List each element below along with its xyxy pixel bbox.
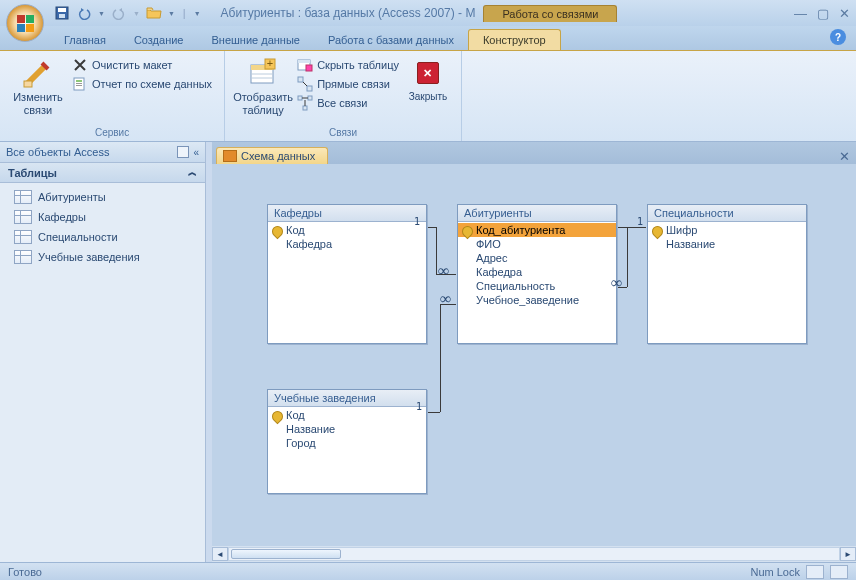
close-window-button[interactable]: ✕ — [839, 6, 850, 21]
chevron-up-icon: ︽ — [188, 166, 197, 179]
direct-relationships-icon — [297, 76, 313, 92]
direct-relationships-button[interactable]: Прямые связи — [297, 76, 399, 92]
view-button-1[interactable] — [806, 565, 824, 579]
nav-item-label: Специальности — [38, 231, 118, 243]
all-rel-label: Все связи — [317, 97, 367, 109]
redo-dropdown-icon: ▼ — [133, 10, 140, 17]
entity-field[interactable]: Адрес — [458, 251, 616, 265]
edit-rel-label-2: связи — [24, 104, 52, 116]
ribbon-tabs: Главная Создание Внешние данные Работа с… — [0, 26, 856, 50]
doc-close-button[interactable]: ✕ — [839, 149, 850, 164]
entity-kafedry[interactable]: Кафедры Код Кафедра — [267, 204, 427, 344]
entity-field-key[interactable]: Код — [268, 223, 426, 237]
entity-field[interactable]: ФИО — [458, 237, 616, 251]
relationship-line — [436, 227, 437, 274]
hide-table-button[interactable]: Скрыть таблицу — [297, 57, 399, 73]
entity-field[interactable]: Название — [268, 422, 426, 436]
show-table-icon: + — [247, 57, 279, 89]
edit-rel-label-1: Изменить — [13, 91, 63, 103]
undo-icon[interactable] — [76, 5, 92, 21]
doc-tab-schema[interactable]: Схема данных — [216, 147, 328, 164]
entity-field-key[interactable]: Шифр — [648, 223, 806, 237]
tab-designer[interactable]: Конструктор — [468, 29, 561, 50]
scroll-track[interactable] — [228, 547, 840, 561]
tab-external-data[interactable]: Внешние данные — [198, 30, 314, 50]
nav-filter-icon[interactable] — [177, 146, 189, 158]
save-icon[interactable] — [54, 5, 70, 21]
horizontal-scrollbar[interactable]: ◄ ► — [212, 546, 856, 562]
nav-item-kafedry[interactable]: Кафедры — [0, 207, 205, 227]
tab-database-tools[interactable]: Работа с базами данных — [314, 30, 468, 50]
clear-layout-icon — [72, 57, 88, 73]
nav-item-label: Учебные заведения — [38, 251, 140, 263]
nav-item-abiturienty[interactable]: Абитуриенты — [0, 187, 205, 207]
clear-layout-button[interactable]: Очистить макет — [72, 57, 212, 73]
entity-field[interactable]: Специальность — [458, 279, 616, 293]
nav-collapse-icon[interactable]: « — [193, 147, 199, 158]
window-title: Абитуриенты : база данных (Access 2007) … — [221, 6, 476, 20]
edit-relationships-icon — [22, 57, 54, 89]
entity-field[interactable]: Учебное_заведение — [458, 293, 616, 307]
status-bar: Готово Num Lock — [0, 562, 856, 580]
help-button[interactable]: ? — [830, 29, 846, 45]
svg-rect-3 — [24, 81, 32, 87]
entity-field[interactable]: Кафедра — [268, 237, 426, 251]
scroll-thumb[interactable] — [231, 549, 341, 559]
entity-title: Кафедры — [268, 205, 426, 222]
relationship-many-label: ∞ — [438, 262, 449, 280]
schema-report-label: Отчет по схеме данных — [92, 78, 212, 90]
entity-title: Абитуриенты — [458, 205, 616, 222]
open-folder-icon[interactable] — [146, 5, 162, 21]
svg-line-19 — [303, 82, 307, 86]
tab-create[interactable]: Создание — [120, 30, 198, 50]
entity-field-key[interactable]: Код_абитуриента — [458, 223, 616, 237]
entity-field[interactable]: Название — [648, 237, 806, 251]
entity-spetsialnosti[interactable]: Специальности Шифр Название — [647, 204, 807, 344]
entity-uchebnye-zavedeniya[interactable]: Учебные заведения Код Название Город — [267, 389, 427, 494]
nav-item-uchebnye-zavedeniya[interactable]: Учебные заведения — [0, 247, 205, 267]
minimize-button[interactable]: — — [794, 6, 807, 21]
relationship-many-label: ∞ — [440, 290, 451, 308]
quick-access-toolbar: ▼ ▼ ▼ | ▼ — [54, 0, 201, 26]
nav-category-tables[interactable]: Таблицы ︽ — [0, 163, 205, 183]
ribbon: Изменитьсвязи Очистить макет Отчет по сх… — [0, 50, 856, 142]
hide-table-icon — [297, 57, 313, 73]
edit-relationships-button[interactable]: Изменитьсвязи — [8, 55, 68, 119]
undo-dropdown-icon[interactable]: ▼ — [98, 10, 105, 17]
qat-customize-icon[interactable]: ▼ — [194, 10, 201, 17]
table-icon — [14, 190, 32, 204]
entity-field[interactable]: Кафедра — [458, 265, 616, 279]
scroll-right-button[interactable]: ► — [840, 547, 856, 561]
entity-abiturienty[interactable]: Абитуриенты Код_абитуриента ФИО Адрес Ка… — [457, 204, 617, 344]
nav-header[interactable]: Все объекты Access « — [0, 142, 205, 163]
relationship-one-label: 1 — [414, 216, 420, 227]
close-designer-button[interactable]: ✕ Закрыть — [403, 55, 453, 105]
nav-item-spetsialnosti[interactable]: Специальности — [0, 227, 205, 247]
relationships-icon — [223, 150, 237, 162]
main-area: Все объекты Access « Таблицы ︽ Абитуриен… — [0, 142, 856, 562]
group-service-label: Сервис — [0, 125, 224, 141]
status-ready-label: Готово — [8, 566, 42, 578]
scroll-left-button[interactable]: ◄ — [212, 547, 228, 561]
schema-report-button[interactable]: Отчет по схеме данных — [72, 76, 212, 92]
redo-icon[interactable] — [111, 5, 127, 21]
relationship-line — [618, 227, 646, 228]
svg-rect-20 — [298, 96, 302, 100]
maximize-button[interactable]: ▢ — [817, 6, 829, 21]
diagram-area[interactable]: Кафедры Код Кафедра Абитуриенты Код_абит… — [212, 164, 856, 546]
show-table-button[interactable]: + Отобразитьтаблицу — [233, 55, 293, 119]
entity-field-key[interactable]: Код — [268, 408, 426, 422]
folder-dropdown-icon[interactable]: ▼ — [168, 10, 175, 17]
qat-separator: | — [183, 7, 186, 19]
svg-rect-1 — [58, 8, 66, 12]
view-button-2[interactable] — [830, 565, 848, 579]
tab-home[interactable]: Главная — [50, 30, 120, 50]
all-relationships-button[interactable]: Все связи — [297, 95, 399, 111]
office-button[interactable] — [6, 4, 44, 42]
svg-rect-16 — [306, 65, 312, 71]
svg-rect-7 — [76, 85, 82, 86]
relationship-one-label: 1 — [637, 216, 643, 227]
entity-field[interactable]: Город — [268, 436, 426, 450]
svg-rect-2 — [59, 14, 65, 18]
svg-rect-15 — [298, 60, 310, 63]
